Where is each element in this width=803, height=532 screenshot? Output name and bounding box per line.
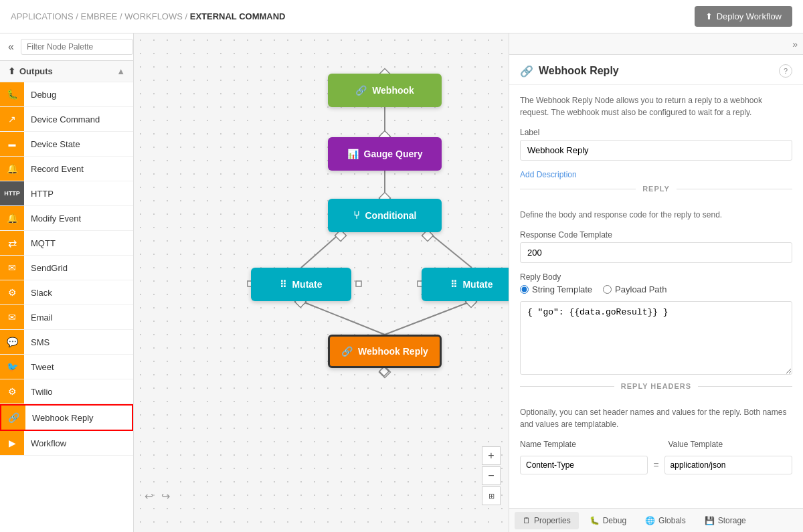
sidebar-toggle-button[interactable]: « [5,39,17,54]
search-input[interactable] [21,39,133,55]
sidebar-item-modify-event[interactable]: 🔔 Modify Event [0,206,133,231]
response-code-form-group: Response Code Template [520,230,792,263]
zoom-out-button[interactable]: − [482,466,501,485]
sidebar-item-debug[interactable]: 🐛 Debug [0,82,133,107]
http-icon: HTTP [0,181,24,205]
canvas-controls: + − ⊞ [482,446,501,505]
undo-redo-controls: ↩ ↪ [142,487,173,505]
tab-debug[interactable]: 🐛 Debug [582,512,634,529]
mutate-left-node[interactable]: ⠿ Mutate [251,268,351,301]
sidebar-label-debug: Debug [24,90,63,100]
collapse-icon[interactable]: ▲ [116,66,125,76]
workflow-icon: ▶ [0,431,24,455]
deploy-workflow-button[interactable]: ⬆ Deploy Workflow [695,6,792,27]
string-template-label: String Template [532,284,592,294]
header-name-input[interactable] [520,456,648,474]
string-template-radio-input[interactable] [520,285,529,294]
sidebar-label-workflow: Workflow [24,438,73,448]
reply-headers-section-label: REPLY HEADERS [614,382,698,390]
section-label: Outputs [19,66,53,76]
sidebar-item-sendgrid[interactable]: ✉ SendGrid [0,256,133,280]
conditional-node-icon: ⑂ [353,209,360,221]
canvas-area[interactable]: 🔗 Webhook 📊 Gauge Query ⑂ Conditional ⠿ … [134,33,509,532]
payload-path-radio[interactable]: Payload Path [603,284,666,294]
equals-icon: = [653,460,658,470]
sendgrid-icon: ✉ [0,256,24,280]
sidebar-item-workflow[interactable]: ▶ Workflow [0,431,133,456]
panel-expand-button[interactable]: » [792,39,798,50]
mutate-right-node[interactable]: ⠿ Mutate [422,268,509,301]
reply-section-label: REPLY [636,185,677,193]
right-panel-header-bar: » [509,33,803,55]
mqtt-icon: ⇄ [0,231,24,255]
sidebar-item-email[interactable]: ✉ Email [0,305,133,330]
deploy-icon: ⬆ [705,11,713,21]
redo-button[interactable]: ↪ [159,487,173,505]
label-field-input[interactable] [520,140,792,161]
sidebar-item-slack[interactable]: ⚙ Slack [0,280,133,305]
breadcrumb-text: APPLICATIONS / EMBREE / WORKFLOWS / [11,11,190,21]
panel-body: The Webhook Reply Node allows you to ret… [509,85,803,508]
tab-globals[interactable]: 🌐 Globals [637,512,694,529]
bottom-tabs: 🗒 Properties 🐛 Debug 🌐 Globals 💾 Storage [509,508,803,532]
properties-tab-label: Properties [534,516,571,525]
reply-headers-desc: Optionally, you can set header names and… [520,406,792,430]
string-template-radio[interactable]: String Template [520,284,592,294]
gauge-node-icon: 📊 [347,149,359,159]
sidebar-item-mqtt[interactable]: ⇄ MQTT [0,231,133,256]
sidebar-item-tweet[interactable]: 🐦 Tweet [0,355,133,379]
header-value-input[interactable] [664,456,792,474]
webhook-reply-icon: 🔗 [1,406,25,430]
header-labels-row: Name Template Value Template [520,440,792,452]
tab-properties[interactable]: 🗒 Properties [515,512,579,529]
payload-path-label: Payload Path [615,284,666,294]
header-entry-row: = [520,456,792,474]
sidebar-label-sms: SMS [24,337,56,347]
webhook-node[interactable]: 🔗 Webhook [328,74,442,107]
help-icon[interactable]: ? [779,64,792,78]
fit-button[interactable]: ⊞ [482,486,501,505]
tab-storage[interactable]: 💾 Storage [697,512,754,529]
reply-body-form-group: Reply Body String Template Payload Path … [520,272,792,377]
sidebar-item-device-state[interactable]: ▬ Device State [0,132,133,157]
gauge-query-node[interactable]: 📊 Gauge Query [328,137,442,171]
webhook-reply-node-label: Webhook Reply [358,346,428,357]
conditional-node[interactable]: ⑂ Conditional [328,199,442,232]
label-form-group: Label [520,128,792,161]
panel-title-area: 🔗 Webhook Reply ? [509,55,803,85]
zoom-in-button[interactable]: + [482,446,501,465]
sidebar-item-record-event[interactable]: 🔔 Record Event [0,157,133,181]
debug-icon: 🐛 [0,82,24,106]
webhook-node-label: Webhook [372,85,414,96]
debug-tab-icon: 🐛 [590,516,600,525]
add-description-link[interactable]: Add Description [520,170,792,179]
undo-button[interactable]: ↩ [142,487,156,505]
sidebar-item-twilio[interactable]: ⚙ Twilio [0,379,133,404]
response-code-label: Response Code Template [520,230,792,240]
label-field-label: Label [520,128,792,137]
device-state-icon: ▬ [0,132,24,156]
sidebar-item-http[interactable]: HTTP HTTP [0,181,133,206]
payload-path-radio-input[interactable] [603,285,612,294]
webhook-reply-node[interactable]: 🔗 Webhook Reply [328,335,442,368]
sidebar-item-device-command[interactable]: ↗ Device Command [0,107,133,132]
main-layout: « ⬆ Outputs ▲ 🐛 Debug ↗ Device Command ▬… [0,33,803,532]
email-icon: ✉ [0,305,24,329]
sidebar-label-webhook-reply: Webhook Reply [25,413,100,423]
response-code-input[interactable] [520,242,792,263]
sidebar-label-slack: Slack [24,288,59,298]
panel-title-icon: 🔗 [520,65,533,78]
outputs-icon: ⬆ [8,66,15,76]
sidebar-label-http: HTTP [24,189,60,199]
right-panel: » 🔗 Webhook Reply ? The Webhook Reply No… [509,33,803,532]
gauge-node-label: Gauge Query [364,149,423,159]
sidebar-label-twilio: Twilio [24,387,60,397]
panel-title: Webhook Reply [539,65,619,77]
svg-line-4 [301,301,385,335]
sidebar-label-sendgrid: SendGrid [24,263,74,273]
svg-line-2 [301,232,341,268]
sidebar-item-webhook-reply[interactable]: 🔗 Webhook Reply [0,404,133,431]
sidebar-item-sms[interactable]: 💬 SMS [0,330,133,355]
storage-tab-icon: 💾 [705,516,715,525]
reply-body-textarea[interactable]: { "go": {{data.goResult}} } [520,301,792,375]
